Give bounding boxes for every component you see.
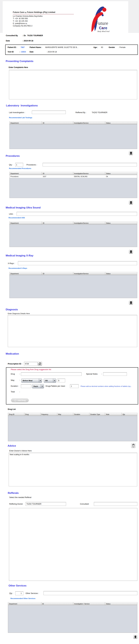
xray-input[interactable] [18,261,137,265]
patient-id-label: Patient ID : [8,46,17,48]
company-address: Le Chainter,Victoria,Mahe,Seychelles [13,15,42,17]
other-col-service: Investigation / Service [73,602,105,605]
future-care-logo: Future Care ♥ Body Mind Soul [90,3,128,35]
date-line: Date: 2024-09-18 [6,40,33,42]
trash-bin-icon: ↻ [130,152,132,154]
uss-col-status: Status [105,222,137,224]
procedures-qty-input[interactable] [15,163,23,166]
visit-id-label: Visit ID [8,51,14,53]
procedure-row[interactable]: Procedures 1637 DENTAL-SCALING Ok [10,175,137,178]
section-heading-xray: Medical Imaging X-Ray [6,254,33,257]
uss-col-service: Investigation/Service [73,222,105,224]
letterhead-rule [13,14,74,14]
age-label: Age : [94,46,98,48]
lab-table-header: Department ID Investigation/Service Stat… [10,121,137,124]
drug-col-frequency: Fequency [40,413,57,416]
recommended-uss-link[interactable]: Recommended USS [8,217,25,218]
recommended-xray-link[interactable]: Recommended X-Rays [8,267,27,269]
drug-col-drug: Drug [24,413,40,416]
lab-col-status: Status [105,121,137,124]
drug-input[interactable] [21,372,82,376]
drug-selection-warning: Please select the Drug from Drug suggess… [11,368,51,370]
svg-text:↻: ↻ [130,152,132,154]
chevron-down-icon [39,379,42,382]
section-heading-procedures: Procedures [6,154,20,158]
per-meal-input[interactable] [70,384,78,388]
duration-input[interactable] [21,384,31,388]
advice-sublabel: Enter Doctor's Advice Here [9,450,32,452]
patient-info-box: Patient ID : 7687 Patient Name : MARGUER… [5,44,138,55]
drug-table-body [8,416,137,441]
prescription-refresh-button[interactable] [38,362,42,366]
drug-col-duration: Duration [73,413,90,416]
uss-input[interactable] [16,212,137,216]
visit-id-colon: : [20,51,20,53]
gender-label: Gender [109,46,115,48]
company-title-main: Future Care [13,11,24,13]
company-phone-2: T: +24 84 225 252 [13,20,42,22]
procedures-delete-button[interactable]: ↻ [129,151,133,155]
other-services-delete-button[interactable]: ↻ [133,635,137,639]
medication-entry-box: Please select the Drug from Drug suggess… [6,367,138,404]
company-title: Future Care by Future Holdings (Pty) Lim… [13,11,55,13]
xray-col-id: ID [42,272,73,275]
other-services-input[interactable] [44,591,137,595]
drug-table-header: Drug ID Drug Fequency Way Duration Durat… [8,413,137,416]
uss-delete-button[interactable]: ↻ [129,200,133,204]
procedures-input[interactable] [42,163,137,166]
prescription-id-label: Prescription ID : [8,363,22,365]
consulted-by-label: Consulted By [6,34,22,36]
lab-table-body [10,124,137,149]
consultant-input[interactable] [94,502,137,506]
lab-col-id: ID [42,121,73,124]
lab-investigation-input[interactable] [32,110,66,114]
complaints-textarea[interactable] [9,70,137,99]
special-notes-input[interactable] [103,372,127,376]
advice-textarea[interactable]: Next scaling in 6 months [9,453,137,486]
xray-col-service: Investigation/Service [73,272,105,275]
procedure-row-service: DENTAL-SCALING [73,175,105,178]
consulted-by-line: Consulted By: Dr. TAZIO TOURNIER [6,34,43,36]
drug-label: Drug [11,373,15,375]
meal-time-dropdown[interactable]: Before Meal [21,378,42,383]
section-heading-uss: Medical Imaging Ultra Sound [6,206,40,209]
recommended-lab-link[interactable]: Recommended Lab Testings [9,117,32,118]
frequency-dropdown[interactable]: OD [44,378,56,383]
consulted-by-value: : Dr. TAZIO TOURNIER [22,34,43,36]
total-colon: : [20,391,20,393]
date-label: Date [6,40,22,42]
drug-col-qty: Qty [122,413,137,416]
company-number: Company No.8417652-2 [13,25,42,27]
svg-text:↻: ↻ [130,202,132,204]
procedure-row-id: 1637 [42,175,73,178]
xray-delete-button[interactable]: ↻ [129,250,133,254]
logo-heart-icon: ♥ [102,27,103,29]
meal-time-selected: Before Meal [23,380,32,382]
trash-can-icon [132,444,135,447]
add-drug-label: Add Drug [18,400,26,402]
procedure-row-status: Ok [105,175,137,178]
visit-date-label: Date [30,51,34,53]
add-drug-button[interactable]: + Add Drug [11,398,29,402]
recommended-procedures-link[interactable]: Recommended Procedures [9,168,31,169]
decimal-numbers-note: Please add as decimal numbers when addin… [80,385,132,387]
other-qty-input[interactable] [15,592,23,595]
xray-label: X-Rays : [8,262,15,264]
prescription-id-input[interactable] [24,362,38,366]
reffering-doctor-input[interactable] [26,502,66,506]
drug-list-label: Drug List [8,408,16,410]
diagnosis-delete-button[interactable]: ↻ [129,301,133,305]
diagnosis-textarea[interactable] [8,315,137,347]
referred-by-value: TAZIO TOURNIER [92,112,107,114]
way-qty-input[interactable] [58,379,65,382]
lab-col-service: Investigation/Service [73,121,105,124]
duration-unit-dropdown[interactable]: Day/s [32,384,44,388]
procedures-table-header: Department ID Investigation/Service Stat… [10,172,137,175]
trash-bin-icon: ↻ [130,250,132,253]
recommended-other-services-link[interactable]: Recommended Other Services [10,598,36,599]
uss-label: USS : [9,213,14,215]
visit-id-value: 15654 [21,51,26,53]
procedures-label: Procedures : [26,164,37,166]
advice-delete-button[interactable] [131,443,136,448]
logo-tagline: Body Mind Soul [98,30,110,32]
